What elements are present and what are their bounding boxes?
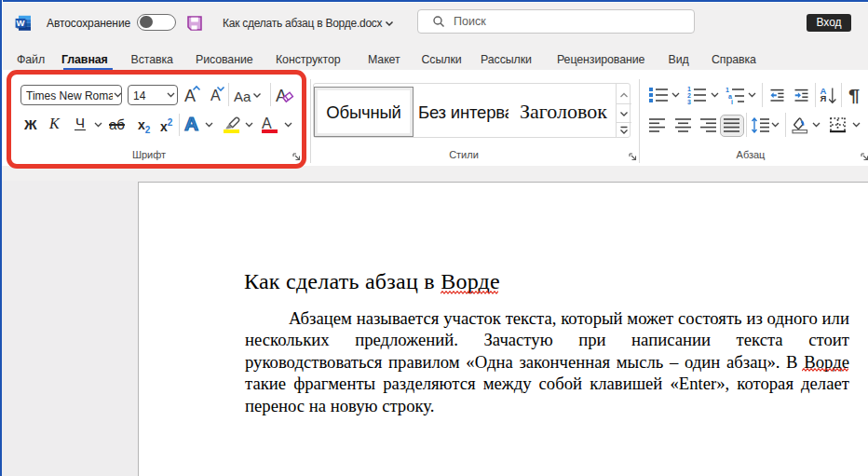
svg-text:1: 1 xyxy=(726,87,729,93)
svg-text:2: 2 xyxy=(687,92,691,99)
svg-text:3: 3 xyxy=(687,99,691,104)
svg-text:1: 1 xyxy=(687,86,691,92)
svg-text:W: W xyxy=(17,18,25,28)
svg-text:i: i xyxy=(731,99,733,104)
